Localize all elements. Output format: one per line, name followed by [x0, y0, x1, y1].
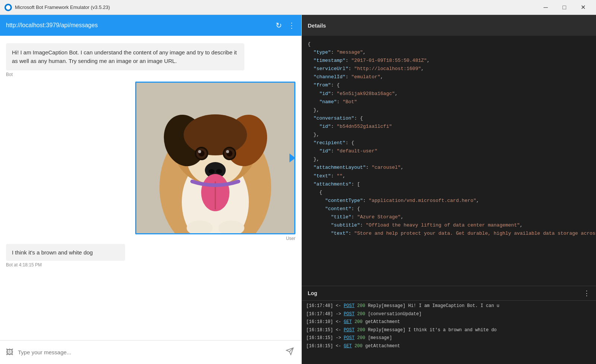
endpoint-url: http://localhost:3979/api/messages: [6, 22, 276, 29]
details-header: Details: [302, 15, 596, 36]
minimize-button[interactable]: ─: [537, 1, 554, 13]
json-line-20: "content": {: [308, 205, 590, 213]
chat-header: http://localhost:3979/api/messages ↻ ⋮: [0, 15, 301, 36]
json-line-18: {: [308, 189, 590, 197]
image-arrow: [289, 153, 295, 162]
json-line-6: "id": "e5n5ijak928ba16agc",: [308, 90, 590, 98]
menu-icon[interactable]: ⋮: [288, 21, 295, 30]
log-header: Log ⋮: [302, 286, 596, 301]
log-menu-button[interactable]: ⋮: [583, 289, 590, 297]
json-line-13: "id": "default-user": [308, 147, 590, 155]
json-line-17: "attachments": [: [308, 180, 590, 189]
title-bar: Microsoft Bot Framework Emulator (v3.5.2…: [0, 0, 596, 15]
app-icon: [4, 4, 12, 11]
json-line-4: "channelId": "emulator",: [308, 73, 590, 81]
svg-point-16: [226, 150, 229, 153]
json-line-5: "from": {: [308, 81, 590, 89]
json-line-12: "recipient": {: [308, 139, 590, 147]
details-panel: Details { "type": "message", "timestamp"…: [302, 15, 596, 364]
main-layout: http://localhost:3979/api/messages ↻ ⋮ H…: [0, 15, 596, 364]
log-title: Log: [308, 290, 583, 296]
header-icons: ↻ ⋮: [276, 21, 295, 30]
chat-messages: Hi! I am ImageCaption Bot. I can underst…: [0, 36, 301, 340]
json-line-7: "name": "Bot": [308, 98, 590, 106]
json-line-1: "type": "message",: [308, 48, 590, 57]
bot-response-text: I think it's a brown and white dog: [12, 249, 93, 256]
json-line-14: },: [308, 155, 590, 164]
details-content: { "type": "message", "timestamp": "2017-…: [302, 36, 596, 286]
json-line-9: "conversation": {: [308, 114, 590, 123]
svg-point-8: [184, 114, 247, 155]
bot-response-bubble: I think it's a brown and white dog: [6, 244, 125, 261]
svg-point-18: [209, 169, 215, 174]
log-entry-3: [16:18:15] <- POST 200 Reply[message] I …: [306, 326, 592, 335]
log-section: Log ⋮ [16:17:48] <- POST 200 Reply[messa…: [302, 286, 596, 364]
json-line-22: "subtitle": "Offload the heavy lifting o…: [308, 221, 590, 230]
bot-timestamp: Bot at 4:18:15 PM: [6, 262, 295, 268]
bot-response-row: I think it's a brown and white dog Bot a…: [6, 244, 295, 268]
bot-intro-row: Hi! I am ImageCaption Bot. I can underst…: [6, 43, 295, 77]
refresh-icon[interactable]: ↻: [276, 21, 282, 30]
image-sender: User: [286, 236, 295, 241]
log-entry-5: [16:18:15] <- GET 200 getAttachment: [306, 342, 592, 351]
json-line-15: "attachmentLayout": "carousel",: [308, 164, 590, 172]
json-line-19: "contentType": "application/vnd.microsof…: [308, 197, 590, 205]
chat-input-area: 🖼: [0, 340, 301, 364]
json-line-8: },: [308, 106, 590, 114]
bot-intro-text: Hi! I am ImageCaption Bot. I can underst…: [12, 49, 237, 64]
image-row: User: [6, 82, 295, 241]
image-container: [135, 82, 295, 234]
image-attach-icon[interactable]: 🖼: [6, 348, 13, 357]
send-button[interactable]: [284, 346, 295, 359]
dog-image: [136, 83, 294, 233]
close-button[interactable]: ✕: [574, 1, 592, 13]
json-line-23: "text": "Store and help protect your dat…: [308, 230, 590, 238]
log-entry-1: [16:17:48] -> POST 200 [conversationUpda…: [306, 310, 592, 319]
log-entry-2: [16:18:10] <- GET 200 getAttachment: [306, 318, 592, 326]
json-line-10: "id": "b54dn552g1aa1lcfi": [308, 123, 590, 131]
bot-intro-bubble: Hi! I am ImageCaption Bot. I can underst…: [6, 43, 244, 70]
json-line-21: "title": "Azure Storage",: [308, 213, 590, 221]
log-entry-0: [16:17:48] <- POST 200 Reply[message] Hi…: [306, 302, 592, 310]
json-line-16: "text": "",: [308, 172, 590, 180]
json-line-0: {: [308, 40, 590, 48]
app-title: Microsoft Bot Framework Emulator (v3.5.2…: [15, 4, 537, 10]
svg-point-12: [198, 150, 201, 153]
message-input[interactable]: [18, 349, 284, 355]
chat-panel: http://localhost:3979/api/messages ↻ ⋮ H…: [0, 15, 302, 364]
window-controls: ─ □ ✕: [537, 1, 592, 13]
log-content: [16:17:48] <- POST 200 Reply[message] Hi…: [302, 301, 596, 364]
json-line-2: "timestamp": "2017-01-09T18:55:50.481Z",: [308, 57, 590, 65]
maximize-button[interactable]: □: [556, 1, 573, 13]
details-title: Details: [308, 22, 326, 29]
json-line-11: },: [308, 131, 590, 139]
bot-intro-sender: Bot: [6, 72, 295, 77]
svg-point-0: [6, 5, 10, 10]
svg-point-19: [216, 169, 222, 174]
log-entry-4: [16:18:15] -> POST 200 [message]: [306, 334, 592, 342]
json-line-3: "serviceUrl": "http://localhost:1609",: [308, 65, 590, 73]
